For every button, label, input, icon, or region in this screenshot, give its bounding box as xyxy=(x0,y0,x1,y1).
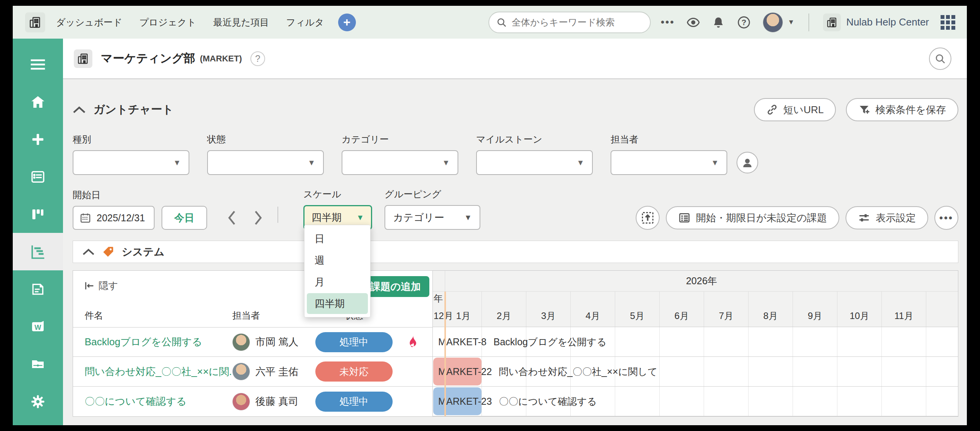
gantt-month-row: 年 12月 1月 2月 3月 4月 5月 6月 7月 8月 9月 xyxy=(433,292,958,327)
scale-dropdown-menu: 日 週 月 四半期 xyxy=(304,225,371,317)
category-filter-label: カテゴリー xyxy=(342,133,458,146)
issue-subject-link[interactable]: 〇〇について確認する xyxy=(85,395,232,408)
global-nav: ダッシュボード プロジェクト 最近見た項目 フィルタ xyxy=(56,16,324,29)
display-settings-button[interactable]: 表示設定 xyxy=(846,206,928,229)
watch-eye-icon[interactable] xyxy=(686,15,700,29)
year-fragment: 年 xyxy=(434,292,443,305)
collapse-chevron-icon[interactable] xyxy=(82,248,95,256)
grouping-label: グルーピング xyxy=(385,188,480,200)
caret-down-icon: ▼ xyxy=(577,158,584,167)
status-badge[interactable]: 未対応 xyxy=(315,361,393,382)
gantt-month-cell: 7月 xyxy=(704,292,749,327)
gantt-row[interactable]: MARKET-23 〇〇について確認する xyxy=(433,387,958,416)
hide-pane-button[interactable]: 隠す xyxy=(84,279,118,292)
column-assignee[interactable]: 担当者 xyxy=(232,309,315,322)
nav-dashboard[interactable]: ダッシュボード xyxy=(56,16,122,29)
today-button[interactable]: 今日 xyxy=(162,206,207,230)
global-add-button[interactable]: + xyxy=(338,14,356,31)
issue-key[interactable]: MARKET-22 xyxy=(438,366,492,377)
nulab-help-center-link[interactable]: Nulab Help Center xyxy=(823,14,929,31)
sidebar-item-board[interactable] xyxy=(13,195,63,233)
short-url-button[interactable]: 短いURL xyxy=(754,98,836,121)
gantt-issue-label: Backlogブログを公開する xyxy=(493,336,606,348)
org-logo-button[interactable] xyxy=(25,12,45,32)
issue-subject-link[interactable]: 問い合わせ対応_〇〇社_××に関... xyxy=(85,365,232,378)
next-period-button[interactable] xyxy=(250,207,267,228)
scale-option-month[interactable]: 月 xyxy=(307,271,368,292)
sidebar-item-home[interactable] xyxy=(13,83,63,120)
more-options-button[interactable]: ••• xyxy=(934,206,958,230)
type-filter-select[interactable]: ▼ xyxy=(73,150,189,175)
project-help-button[interactable]: ? xyxy=(250,51,265,66)
status-badge[interactable]: 処理中 xyxy=(315,332,393,352)
search-icon xyxy=(496,17,507,28)
type-filter-label: 種別 xyxy=(73,133,189,146)
files-folder-icon xyxy=(30,356,46,372)
collapse-chevron-icon[interactable] xyxy=(73,105,86,114)
project-key: (MARKET) xyxy=(200,54,242,64)
unset-dates-label: 開始・期限日が未設定の課題 xyxy=(696,211,827,225)
topbar-divider xyxy=(808,14,809,31)
prev-period-button[interactable] xyxy=(223,207,240,228)
scale-option-quarter-selected[interactable]: 四半期 xyxy=(307,293,368,314)
column-subject[interactable]: 件名 xyxy=(85,309,232,322)
category-filter-select[interactable]: ▼ xyxy=(342,150,458,175)
nav-projects[interactable]: プロジェクト xyxy=(139,16,196,29)
gantt-month-cell xyxy=(926,292,958,327)
grouping-select[interactable]: カテゴリー ▼ xyxy=(385,205,480,230)
help-question-icon[interactable]: ? xyxy=(737,15,751,30)
gantt-row[interactable]: MARKET-8 Backlogブログを公開する xyxy=(433,327,958,357)
issue-row[interactable]: Backlogブログを公開する 市岡 篤人 処理中 xyxy=(73,327,432,357)
apps-grid-icon[interactable] xyxy=(941,15,955,30)
assign-to-me-button[interactable] xyxy=(737,152,758,173)
caret-down-icon: ▼ xyxy=(308,158,315,167)
sidebar-item-wiki[interactable]: W xyxy=(13,308,63,345)
milestone-filter-select[interactable]: ▼ xyxy=(476,150,593,175)
board-icon xyxy=(31,207,45,222)
more-menu-icon[interactable]: ••• xyxy=(661,16,675,28)
filter-row-2: 開始日 2025/12/31 今日 xyxy=(73,188,958,230)
issue-key[interactable]: MARKET-23 xyxy=(438,396,492,407)
assignee-avatar xyxy=(232,393,250,411)
gantt-month-cell: 9月 xyxy=(793,292,837,327)
sidebar-item-settings[interactable] xyxy=(13,383,63,420)
start-date-input[interactable]: 2025/12/31 xyxy=(73,206,155,230)
caret-down-icon: ▼ xyxy=(464,213,472,222)
sidebar-item-issues[interactable] xyxy=(13,158,63,195)
scale-option-week[interactable]: 週 xyxy=(307,250,368,271)
sidebar-item-add[interactable] xyxy=(13,120,63,158)
save-search-button[interactable]: 検索条件を保存 xyxy=(846,98,958,121)
grouping-value: カテゴリー xyxy=(393,211,444,224)
issue-assignee: 六平 圭佑 xyxy=(232,363,315,380)
gantt-panel: 隠す + 課題の追加 件名 担当者 状態 xyxy=(73,270,958,417)
project-search-button[interactable] xyxy=(929,48,951,70)
issue-row[interactable]: 問い合わせ対応_〇〇社_××に関... 六平 圭佑 未対応 xyxy=(73,357,432,387)
assignee-name: 後藤 真司 xyxy=(255,395,298,408)
issue-subject-link[interactable]: Backlogブログを公開する xyxy=(85,335,232,349)
collapse-all-button[interactable] xyxy=(636,206,660,230)
user-avatar[interactable] xyxy=(763,12,783,32)
project-building-icon xyxy=(74,49,92,68)
sidebar-item-files[interactable] xyxy=(13,345,63,383)
notifications-bell-icon[interactable] xyxy=(712,16,725,29)
nav-filters[interactable]: フィルタ xyxy=(286,16,324,29)
sidebar-item-documents[interactable] xyxy=(13,270,63,308)
main-area: マーケティング部 (MARKET) ? ガントチャート xyxy=(63,39,967,425)
add-issue-label: 課題の追加 xyxy=(370,280,421,294)
plus-icon xyxy=(31,132,45,147)
unset-dates-issues-button[interactable]: 開始・期限日が未設定の課題 xyxy=(666,206,839,229)
status-badge[interactable]: 処理中 xyxy=(315,392,393,412)
issue-row[interactable]: 〇〇について確認する 後藤 真司 処理中 xyxy=(73,387,432,416)
sidebar-menu-toggle[interactable] xyxy=(13,46,63,83)
scale-option-day[interactable]: 日 xyxy=(307,228,368,249)
sidebar-item-gantt-active[interactable] xyxy=(13,233,63,270)
nav-recently-viewed[interactable]: 最近見た項目 xyxy=(213,16,269,29)
global-search[interactable] xyxy=(488,12,651,33)
gantt-row[interactable]: MARKET-22 問い合わせ対応_〇〇社_××に関して xyxy=(433,357,958,387)
status-filter-select[interactable]: ▼ xyxy=(207,150,324,175)
section-title: ガントチャート xyxy=(94,102,174,117)
caret-down-icon: ▼ xyxy=(442,158,450,167)
user-menu-caret-icon[interactable]: ▼ xyxy=(788,18,795,26)
search-input[interactable] xyxy=(512,17,639,28)
assignee-filter-select[interactable]: ▼ xyxy=(611,150,727,175)
